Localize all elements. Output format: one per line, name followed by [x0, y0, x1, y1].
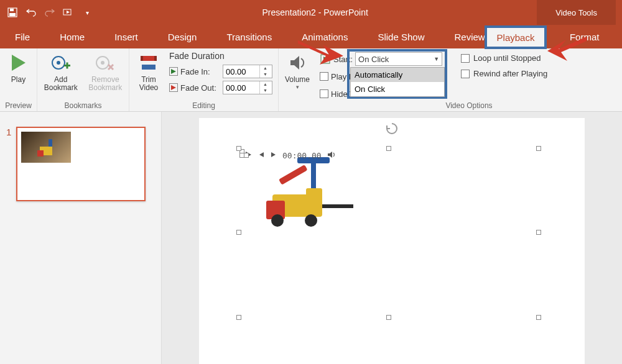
thumbnail-preview-image: [21, 132, 71, 163]
fade-duration-title: Fade Duration: [169, 51, 272, 61]
video-object[interactable]: 00:00.00: [239, 149, 538, 354]
player-volume-icon[interactable]: [327, 150, 337, 161]
thumbnail-number: 1: [6, 127, 11, 137]
tab-design[interactable]: Design: [153, 25, 212, 48]
quick-access-toolbar: ▾: [0, 6, 93, 19]
start-dropdown[interactable]: On Click ▼: [355, 52, 442, 66]
svg-rect-23: [311, 160, 316, 188]
start-value: On Click: [358, 55, 389, 64]
player-time: 00:00.00: [282, 151, 322, 160]
chevron-down-icon: ▾: [296, 84, 299, 90]
group-label-video-options: Video Options: [320, 101, 618, 111]
slide-thumbnails-pane[interactable]: 1: [0, 112, 162, 364]
title-bar: ▾ Presentation2 - PowerPoint Video Tools: [0, 0, 622, 25]
svg-rect-12: [154, 56, 157, 61]
fade-in-label: Fade In:: [180, 67, 220, 76]
svg-point-21: [271, 214, 284, 227]
svg-point-9: [101, 61, 104, 65]
video-player-controls: 00:00.00: [239, 153, 248, 158]
add-bookmark-icon: [50, 52, 72, 73]
group-label-bookmarks: Bookmarks: [41, 101, 125, 111]
start-dropdown-list[interactable]: Automatically On Click: [350, 67, 445, 97]
player-step-back-icon[interactable]: [258, 150, 265, 160]
svg-rect-1: [10, 9, 14, 11]
fade-out-input[interactable]: ▲▼: [223, 81, 272, 94]
group-preview: Play Preview: [0, 48, 37, 111]
svg-rect-16: [37, 150, 44, 157]
trim-video-button[interactable]: Trim Video: [133, 50, 164, 92]
svg-rect-7: [66, 63, 68, 69]
fade-in-value[interactable]: [223, 66, 259, 78]
tell-me-search[interactable]: 💡 Tell me what yo: [614, 25, 622, 48]
play-button[interactable]: Play: [4, 50, 33, 84]
thumbnail-1[interactable]: 1: [0, 124, 161, 204]
rewind-after-playing-label: Rewind after Playing: [473, 69, 547, 78]
qat-more-icon[interactable]: ▾: [81, 6, 93, 19]
tab-transitions[interactable]: Transitions: [211, 25, 287, 48]
hide-while-not-playing-checkbox[interactable]: [320, 89, 328, 98]
editor-area: 1: [0, 112, 622, 364]
fade-out-value[interactable]: [223, 82, 259, 94]
tab-insert[interactable]: Insert: [100, 25, 153, 48]
loop-until-stopped-checkbox[interactable]: [461, 54, 470, 63]
slide[interactable]: 00:00.00: [199, 118, 585, 364]
save-icon[interactable]: [6, 6, 19, 19]
slide-canvas[interactable]: 00:00.00: [162, 112, 622, 364]
fade-duration-panel: Fade Duration Fade In: ▲▼ Fade Out: ▲▼: [169, 50, 272, 94]
group-bookmarks: Add Bookmark Remove Bookmark Bookmarks: [37, 48, 129, 111]
chevron-down-icon: ▼: [434, 56, 439, 62]
dropdown-option-on-click[interactable]: On Click: [351, 82, 444, 96]
svg-point-5: [57, 61, 60, 65]
fade-out-icon: [169, 83, 178, 92]
loop-until-stopped-label: Loop until Stopped: [473, 53, 541, 63]
redo-icon[interactable]: [44, 6, 56, 19]
group-label-preview: Preview: [4, 101, 33, 111]
svg-rect-11: [141, 56, 143, 61]
svg-rect-2: [9, 13, 16, 16]
play-icon: [8, 52, 29, 73]
svg-rect-20: [306, 188, 322, 213]
undo-icon[interactable]: [25, 6, 37, 19]
rotate-handle-icon[interactable]: [385, 122, 399, 138]
remove-bookmark-button: Remove Bookmark: [86, 50, 126, 92]
add-bookmark-button[interactable]: Add Bookmark: [41, 50, 81, 92]
fade-out-label: Fade Out:: [180, 83, 220, 93]
play-full-screen-checkbox[interactable]: [320, 72, 328, 81]
tab-playback[interactable]: Playback: [485, 25, 547, 49]
player-seek-bar[interactable]: [244, 153, 249, 158]
contextual-tab-video-tools: Video Tools: [537, 0, 616, 25]
svg-rect-13: [142, 65, 156, 70]
fade-in-icon: [169, 67, 178, 76]
spin-down-icon[interactable]: ▼: [260, 88, 271, 94]
video-content-illustration: [241, 151, 353, 238]
svg-point-22: [305, 214, 317, 227]
remove-bookmark-icon: [95, 52, 116, 73]
svg-rect-17: [49, 139, 52, 147]
spin-up-icon[interactable]: ▲: [260, 81, 271, 88]
player-step-forward-icon[interactable]: [270, 150, 277, 160]
dropdown-option-automatically[interactable]: Automatically: [351, 68, 444, 82]
start-from-beginning-icon[interactable]: [62, 6, 75, 19]
svg-rect-25: [322, 204, 353, 208]
spin-down-icon[interactable]: ▼: [260, 71, 271, 78]
svg-rect-26: [279, 165, 308, 185]
fade-in-input[interactable]: ▲▼: [223, 65, 272, 78]
tab-slideshow[interactable]: Slide Show: [363, 25, 439, 48]
window-title: Presentation2 - PowerPoint: [93, 7, 537, 17]
spin-up-icon[interactable]: ▲: [260, 65, 271, 71]
annotation-arrow-start: [295, 37, 345, 68]
trim-video-icon: [138, 52, 159, 73]
tab-home[interactable]: Home: [45, 25, 100, 48]
rewind-after-playing-checkbox[interactable]: [461, 70, 470, 78]
group-editing: Trim Video Fade Duration Fade In: ▲▼ Fad…: [129, 48, 279, 111]
group-label-editing: Editing: [133, 101, 274, 111]
tab-file[interactable]: File: [0, 25, 45, 48]
annotation-arrow-playback: [546, 34, 590, 65]
